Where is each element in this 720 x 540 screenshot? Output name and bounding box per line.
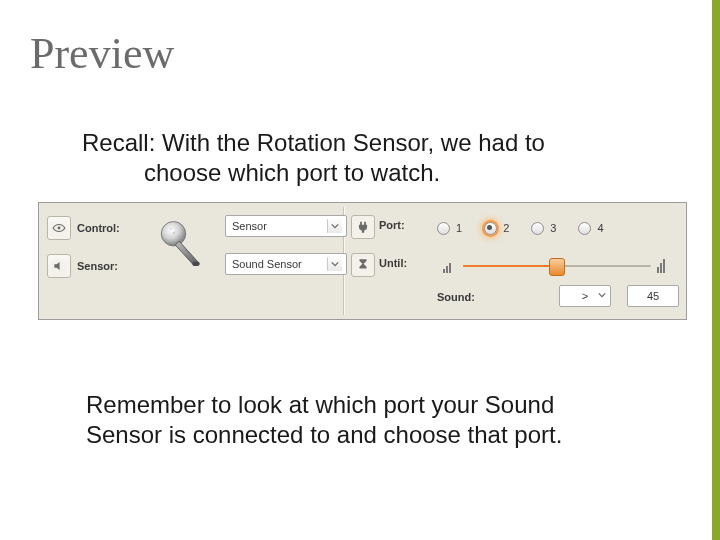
slider-thumb[interactable]	[549, 258, 565, 276]
port-option-3[interactable]: 3	[531, 222, 556, 235]
sound-label: Sound:	[437, 291, 475, 303]
volume-high-icon	[657, 259, 671, 273]
port-option-2[interactable]: 2	[484, 222, 509, 235]
svg-point-2	[192, 261, 200, 266]
sensor-type-dropdown[interactable]: Sound Sensor	[225, 253, 347, 275]
page-title: Preview	[30, 28, 174, 79]
port-3-label: 3	[550, 222, 556, 234]
port-option-1[interactable]: 1	[437, 222, 462, 235]
lead-text: Recall: With the Rotation Sensor, we had…	[82, 128, 638, 188]
microphone-icon	[145, 209, 217, 281]
hourglass-icon	[351, 253, 375, 277]
chevron-down-icon	[327, 257, 342, 271]
footer-line-2: Sensor is connected to and choose that p…	[86, 421, 562, 448]
sensor-label: Sensor:	[77, 260, 147, 272]
port-options: 1 2 3 4	[437, 209, 604, 247]
sensor-type-value: Sound Sensor	[232, 258, 302, 270]
radio-icon	[437, 222, 450, 235]
lead-line-2: choose which port to watch.	[82, 158, 638, 188]
config-panel: Control: Sensor Sensor: Sound Sensor	[38, 202, 687, 320]
control-dropdown-value: Sensor	[232, 220, 267, 232]
until-label: Until:	[379, 257, 429, 269]
speaker-icon	[47, 254, 71, 278]
volume-low-icon	[443, 259, 457, 273]
accent-bar	[712, 0, 720, 540]
port-option-4[interactable]: 4	[578, 222, 603, 235]
eye-icon	[47, 216, 71, 240]
threshold-slider[interactable]	[437, 247, 677, 285]
radio-icon	[531, 222, 544, 235]
slide: Preview Recall: With the Rotation Sensor…	[0, 0, 720, 540]
port-2-label: 2	[503, 222, 509, 234]
lead-line-1: Recall: With the Rotation Sensor, we had…	[82, 129, 545, 156]
slider-fill	[463, 265, 553, 267]
chevron-down-icon	[327, 219, 342, 233]
threshold-value: 45	[647, 290, 659, 302]
chevron-down-icon	[595, 288, 609, 302]
control-dropdown[interactable]: Sensor	[225, 215, 347, 237]
port-1-label: 1	[456, 222, 462, 234]
radio-icon	[484, 222, 497, 235]
compare-value: >	[582, 290, 588, 302]
footer-text: Remember to look at which port your Soun…	[86, 390, 634, 450]
slider-track	[463, 263, 651, 269]
footer-line-1: Remember to look at which port your Soun…	[86, 391, 554, 418]
radio-icon	[578, 222, 591, 235]
port-label: Port:	[379, 219, 429, 231]
compare-dropdown[interactable]: >	[559, 285, 611, 307]
svg-point-0	[58, 227, 61, 230]
config-panel-wrap: Control: Sensor Sensor: Sound Sensor	[38, 202, 687, 320]
port-4-label: 4	[597, 222, 603, 234]
control-label: Control:	[77, 222, 147, 234]
plug-icon	[351, 215, 375, 239]
threshold-input[interactable]: 45	[627, 285, 679, 307]
